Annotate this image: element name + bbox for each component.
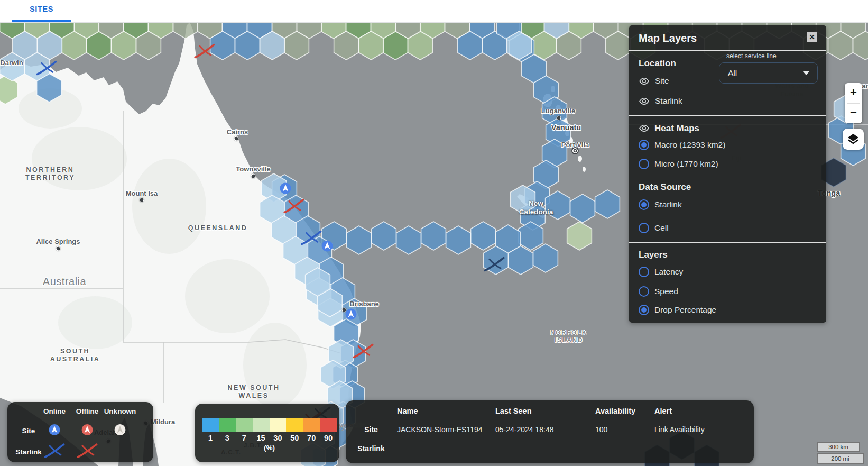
starlink-marker[interactable] [283, 199, 305, 216]
divider [629, 176, 826, 176]
color-scale-bar [202, 418, 337, 432]
color-scale-tick: 1 [202, 434, 219, 442]
site-marker-icon [48, 424, 61, 436]
location-toggle-site[interactable]: Site [639, 75, 669, 87]
legend-site-marker-offline [81, 424, 94, 438]
scale-bar-km: 300 km [817, 442, 860, 452]
status-legend-panel: OnlineOfflineUnknownSiteStarlink [7, 402, 153, 462]
zoom-out-button[interactable]: − [845, 103, 862, 123]
radio-selected[interactable] [639, 305, 649, 315]
info-row-label: Site [364, 425, 378, 434]
starlink-icon [35, 60, 59, 76]
info-cell: JACKSON-Storm-ES1194 [397, 425, 483, 434]
tab-active-underline [12, 20, 71, 22]
section-layers-title: Layers [639, 250, 668, 260]
info-cell: 100 [595, 425, 607, 434]
starlink-marker[interactable] [300, 231, 322, 248]
site-info-panel: NameLast SeenAvailabilityAlertSiteJACKSO… [346, 400, 754, 463]
heatmap-option[interactable]: Micro (1770 km2) [639, 158, 718, 170]
layer-label: Speed [654, 287, 678, 296]
city-dot [251, 174, 256, 179]
site-marker-icon [345, 308, 357, 321]
starlink-icon [300, 230, 324, 246]
layer-label: Latency [654, 267, 683, 277]
starlink-icon [282, 198, 306, 214]
panel-title: Map Layers [639, 32, 697, 44]
percent-legend-panel: 1371530507090 (%) [195, 404, 339, 462]
datasource-label: Cell [654, 223, 669, 233]
info-column-header: Name [397, 407, 418, 415]
radio-selected[interactable] [639, 199, 649, 210]
color-scale-tick: 70 [303, 434, 320, 442]
datasource-option[interactable]: Starlink [639, 199, 682, 211]
layer-label: Drop Percentage [654, 305, 716, 315]
tab-sites[interactable]: SITES [12, 0, 71, 22]
info-column-header: Alert [654, 407, 672, 415]
capital-marker [571, 147, 579, 157]
info-cell: Link Availability [654, 425, 705, 434]
city-dot [140, 198, 144, 203]
legend-column-header: Online [43, 407, 66, 415]
heatmap-option[interactable]: Macro (12393 km2) [639, 139, 725, 151]
starlink-icon [352, 343, 375, 359]
scale-bar-mi: 200 mi [817, 453, 864, 464]
legend-column-header: Unknown [104, 407, 136, 415]
starlink-marker[interactable] [483, 258, 505, 274]
layer-option[interactable]: Speed [639, 286, 678, 297]
site-marker[interactable] [279, 182, 292, 197]
site-marker-icon [81, 424, 94, 436]
service-line-label: select service line [726, 52, 777, 60]
zoom-in-button[interactable]: + [845, 83, 862, 103]
chevron-down-icon [802, 71, 810, 75]
info-column-header: Last Seen [495, 407, 532, 415]
starlink-icon [483, 256, 506, 272]
color-scale-segment [270, 418, 287, 432]
radio-unselected[interactable] [639, 286, 649, 297]
divider [629, 115, 826, 116]
layers-icon [846, 132, 860, 146]
info-column-header: Availability [595, 407, 635, 415]
layer-option[interactable]: Drop Percentage [639, 304, 716, 316]
tab-sites-label: SITES [12, 5, 71, 13]
color-scale-tick: 3 [219, 434, 236, 442]
color-scale-segment [253, 418, 270, 432]
datasource-label: Starlink [654, 200, 682, 209]
legend-column-header: Offline [76, 407, 99, 415]
section-location-title: Location [639, 58, 676, 69]
legend-row-label: Starlink [15, 448, 42, 456]
radio-selected[interactable] [639, 140, 649, 150]
close-icon[interactable]: ✕ [807, 32, 817, 42]
location-toggle-starlink[interactable]: Starlink [639, 95, 682, 107]
info-row-label: Starlink [357, 444, 384, 453]
datasource-option[interactable]: Cell [639, 222, 669, 234]
top-nav-bar: SITES [0, 0, 868, 22]
layer-option[interactable]: Latency [639, 266, 683, 278]
city-dot [557, 116, 561, 121]
divider [629, 50, 826, 51]
heatmap-label: Micro (1770 km2) [654, 159, 718, 169]
basemap-layers-button[interactable] [843, 129, 864, 150]
color-scale-segment [202, 418, 219, 432]
zoom-control: + − [845, 83, 862, 123]
legend-row-label: Site [22, 427, 35, 435]
color-scale-tick: 90 [320, 434, 337, 442]
service-line-value: All [728, 68, 802, 78]
radio-unselected[interactable] [639, 267, 649, 277]
starlink-icon [43, 443, 67, 459]
service-line-select[interactable]: All [719, 62, 818, 84]
starlink-marker[interactable] [35, 61, 58, 78]
color-scale-unit: (%) [202, 444, 337, 452]
section-datasource-title: Data Source [639, 182, 691, 193]
color-scale-segment [286, 418, 303, 432]
starlink-marker[interactable] [352, 344, 374, 361]
site-marker[interactable] [345, 308, 357, 323]
divider [629, 242, 826, 243]
location-row-label: Site [655, 76, 669, 86]
color-scale-ticks: 1371530507090 [202, 434, 337, 442]
color-scale-tick: 7 [236, 434, 253, 442]
eye-icon [639, 123, 650, 134]
radio-unselected[interactable] [639, 159, 649, 169]
color-scale-segment [303, 418, 320, 432]
radio-unselected[interactable] [639, 223, 649, 233]
starlink-marker[interactable] [193, 44, 216, 61]
